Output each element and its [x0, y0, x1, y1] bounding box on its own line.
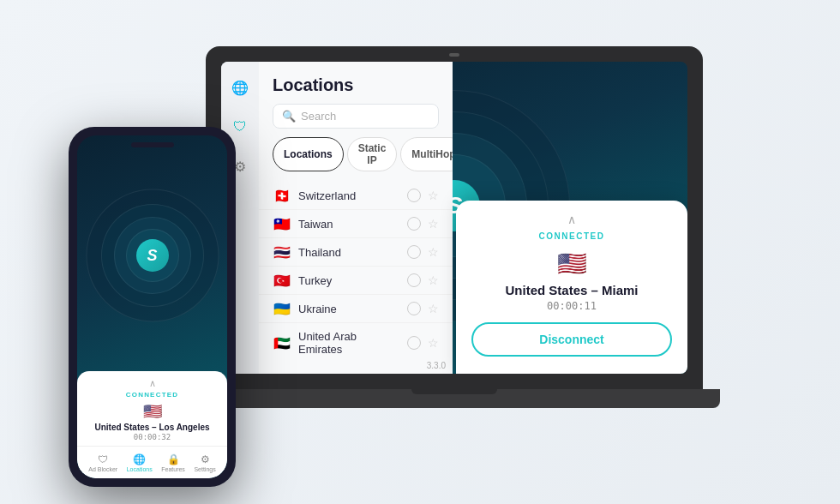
- locations-panel: 🌐 🛡 ⚙ Locations 🔍 Search Locations: [221, 62, 453, 374]
- location-name: Taiwan: [298, 218, 400, 231]
- phone-nav-settings[interactable]: ⚙ Settings: [194, 453, 215, 472]
- star-icon[interactable]: ☆: [428, 245, 439, 259]
- phone-nav-locations-icon: 🌐: [133, 453, 146, 465]
- connected-status: CONNECTED: [471, 231, 672, 241]
- location-actions: ☆: [407, 336, 439, 350]
- location-name: Ukraine: [298, 303, 400, 315]
- tab-static-ip[interactable]: Static IP: [347, 137, 398, 171]
- location-item[interactable]: 🇹🇷 Turkey ☆: [259, 267, 453, 295]
- star-icon[interactable]: ☆: [428, 302, 439, 315]
- phone-surfshark-logo: S: [136, 239, 169, 272]
- connect-icon[interactable]: [407, 245, 421, 259]
- connect-icon[interactable]: [407, 217, 421, 231]
- location-flag: 🇦🇪: [273, 336, 291, 350]
- location-item[interactable]: 🇦🇪 United Arab Emirates ☆: [259, 323, 453, 357]
- disconnect-button[interactable]: Disconnect: [471, 322, 672, 357]
- location-flag: 🇹🇭: [273, 245, 291, 259]
- location-name: Switzerland: [298, 189, 400, 202]
- phone-nav-locations[interactable]: 🌐 Locations: [127, 453, 153, 472]
- star-icon[interactable]: ☆: [428, 273, 439, 287]
- search-icon: 🔍: [282, 110, 296, 123]
- connected-location: United States – Miami: [471, 283, 672, 297]
- phone: S ∧ CONNECTED 🇺🇸 United States – Los Ang…: [69, 127, 236, 487]
- phone-nav-adblocker-label: Ad Blocker: [88, 466, 117, 472]
- phone-screen: S ∧ CONNECTED 🇺🇸 United States – Los Ang…: [77, 135, 227, 478]
- star-icon[interactable]: ☆: [428, 336, 439, 350]
- location-item[interactable]: 🇹🇼 Taiwan ☆: [259, 210, 453, 238]
- phone-body: S ∧ CONNECTED 🇺🇸 United States – Los Ang…: [69, 127, 236, 487]
- location-item[interactable]: 🇹🇭 Thailand ☆: [259, 238, 453, 267]
- location-actions: ☆: [407, 302, 439, 315]
- phone-nav-locations-label: Locations: [127, 466, 153, 472]
- connect-icon[interactable]: [407, 273, 421, 287]
- phone-bottom-nav: 🛡 Ad Blocker 🌐 Locations 🔒 Features ⚙ Se…: [77, 446, 227, 478]
- location-actions: ☆: [407, 189, 439, 202]
- laptop-connected-card: ∧ CONNECTED 🇺🇸 United States – Miami 00:…: [456, 201, 687, 374]
- sidebar-icon-globe[interactable]: 🌐: [228, 75, 252, 99]
- search-placeholder: Search: [301, 110, 336, 123]
- location-name: Turkey: [298, 274, 400, 287]
- laptop-screen: S 🌐 🛡 ⚙ Locations 🔍 Search: [221, 62, 687, 374]
- tab-row: Locations Static IP MultiHop: [273, 137, 439, 171]
- phone-nav-settings-icon: ⚙: [201, 453, 210, 465]
- star-icon[interactable]: ☆: [428, 189, 439, 202]
- phone-connected-status: CONNECTED: [87, 391, 217, 399]
- connect-icon[interactable]: [407, 189, 421, 202]
- phone-nav-adblocker[interactable]: 🛡 Ad Blocker: [88, 453, 117, 472]
- laptop-base: [189, 389, 720, 408]
- phone-nav-features-label: Features: [161, 466, 185, 472]
- phone-flag: 🇺🇸: [87, 402, 217, 421]
- location-list: 🇨🇭 Switzerland ☆ 🇹🇼 Taiwan ☆ 🇹🇭 Thailand…: [259, 182, 453, 357]
- tab-locations[interactable]: Locations: [273, 137, 344, 171]
- location-name: United Arab Emirates: [298, 330, 400, 356]
- location-actions: ☆: [407, 245, 439, 259]
- connect-icon[interactable]: [407, 302, 421, 315]
- phone-timer: 00:00:32: [87, 433, 217, 441]
- phone-location: United States – Los Angeles: [87, 423, 217, 432]
- phone-bg-circles: S: [84, 187, 221, 324]
- location-actions: ☆: [407, 273, 439, 287]
- connected-flag: 🇺🇸: [471, 249, 672, 278]
- location-flag: 🇹🇼: [273, 217, 291, 231]
- laptop-body: S 🌐 🛡 ⚙ Locations 🔍 Search: [206, 46, 703, 389]
- phone-nav-features[interactable]: 🔒 Features: [161, 453, 185, 472]
- location-actions: ☆: [407, 217, 439, 231]
- phone-nav-features-icon: 🔒: [167, 453, 180, 465]
- location-flag: 🇺🇦: [273, 302, 291, 315]
- location-item[interactable]: 🇺🇦 Ukraine ☆: [259, 295, 453, 323]
- phone-chevron-icon: ∧: [87, 378, 217, 389]
- phone-notch: [131, 142, 174, 147]
- location-flag: 🇨🇭: [273, 189, 291, 202]
- tab-multihop[interactable]: MultiHop: [400, 137, 453, 171]
- laptop-camera: [449, 53, 459, 57]
- search-bar[interactable]: 🔍 Search: [273, 104, 439, 129]
- laptop: S 🌐 🛡 ⚙ Locations 🔍 Search: [206, 46, 703, 458]
- location-flag: 🇹🇷: [273, 273, 291, 287]
- chevron-up-icon: ∧: [471, 213, 672, 226]
- version-tag: 3.3.0: [259, 357, 453, 374]
- star-icon[interactable]: ☆: [428, 217, 439, 231]
- connected-timer: 00:00:11: [471, 300, 672, 312]
- phone-connected-card: ∧ CONNECTED 🇺🇸 United States – Los Angel…: [77, 371, 227, 478]
- panel-title: Locations: [273, 75, 439, 95]
- phone-nav-settings-label: Settings: [194, 466, 215, 472]
- phone-nav-adblocker-icon: 🛡: [98, 453, 108, 465]
- panel-header: Locations 🔍 Search Locations Static IP M…: [259, 62, 453, 182]
- location-name: Thailand: [298, 246, 400, 259]
- connect-icon[interactable]: [407, 336, 421, 350]
- location-item[interactable]: 🇨🇭 Switzerland ☆: [259, 182, 453, 210]
